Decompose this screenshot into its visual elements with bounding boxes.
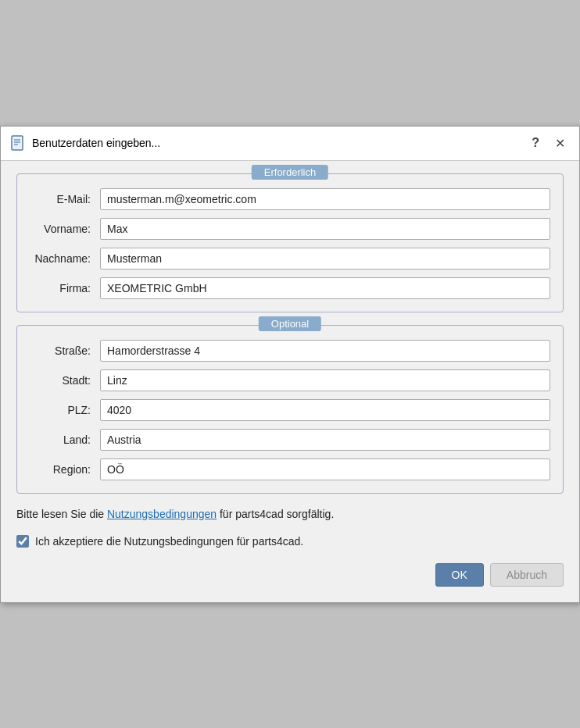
help-button[interactable]: ?	[527, 134, 544, 152]
land-row: Land:	[30, 429, 550, 451]
nachname-row: Nachname:	[30, 248, 550, 269]
region-input[interactable]	[100, 459, 550, 480]
terms-checkbox[interactable]	[16, 535, 29, 548]
vorname-label: Vorname:	[30, 223, 100, 235]
cancel-button[interactable]: Abbruch	[490, 563, 564, 587]
nachname-label: Nachname:	[30, 252, 100, 265]
land-input[interactable]	[100, 429, 550, 451]
terms-link[interactable]: Nutzungsbedingungen	[107, 508, 217, 520]
stadt-label: Stadt:	[30, 374, 100, 387]
strasse-row: Straße:	[30, 340, 550, 362]
strasse-label: Straße:	[30, 344, 100, 357]
vorname-row: Vorname:	[30, 218, 550, 240]
title-bar: Benutzerdaten eingeben... ? ✕	[1, 127, 579, 161]
plz-row: PLZ:	[30, 399, 550, 421]
optional-section: Optional Straße: Stadt: PLZ: Land: Regio…	[16, 325, 564, 494]
firma-input[interactable]	[100, 277, 550, 299]
required-label: Erforderlich	[252, 165, 328, 180]
terms-suffix: für parts4cad sorgfältig.	[217, 508, 334, 520]
dialog-window: Benutzerdaten eingeben... ? ✕ Erforderli…	[0, 126, 580, 603]
button-row: OK Abbruch	[16, 563, 564, 587]
terms-prefix: Bitte lesen Sie die	[16, 508, 107, 520]
stadt-input[interactable]	[100, 369, 550, 391]
dialog-title: Benutzerdaten eingeben...	[32, 137, 521, 149]
stadt-row: Stadt:	[30, 369, 550, 391]
plz-input[interactable]	[100, 399, 550, 421]
firma-row: Firma:	[30, 277, 550, 299]
svg-rect-0	[12, 136, 23, 150]
dialog-icon	[10, 135, 26, 151]
optional-label: Optional	[259, 316, 321, 331]
required-section: Erforderlich E-Mail: Vorname: Nachname: …	[16, 173, 564, 312]
close-button[interactable]: ✕	[550, 134, 570, 152]
email-row: E-Mail:	[30, 188, 550, 210]
email-label: E-Mail:	[30, 193, 100, 205]
firma-label: Firma:	[30, 282, 100, 294]
ok-button[interactable]: OK	[435, 563, 484, 587]
land-label: Land:	[30, 434, 100, 446]
email-input[interactable]	[100, 188, 550, 210]
terms-text: Bitte lesen Sie die Nutzungsbedingungen …	[16, 506, 564, 523]
strasse-input[interactable]	[100, 340, 550, 362]
plz-label: PLZ:	[30, 404, 100, 416]
vorname-input[interactable]	[100, 218, 550, 240]
checkbox-row: Ich akzeptiere die Nutzungsbedingungen f…	[16, 535, 564, 548]
dialog-body: Erforderlich E-Mail: Vorname: Nachname: …	[1, 161, 579, 602]
region-row: Region:	[30, 459, 550, 480]
nachname-input[interactable]	[100, 248, 550, 269]
region-label: Region:	[30, 463, 100, 476]
checkbox-label[interactable]: Ich akzeptiere die Nutzungsbedingungen f…	[35, 535, 303, 548]
